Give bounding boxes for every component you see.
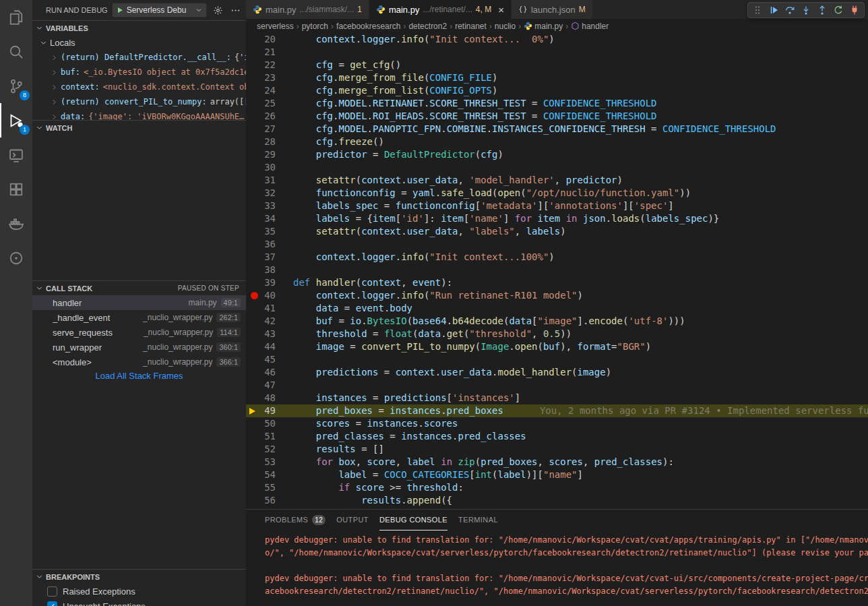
breadcrumb-item[interactable]: main.py (524, 22, 563, 31)
line-gutter[interactable]: 25 (246, 97, 293, 110)
line-gutter[interactable]: 29 (246, 148, 293, 161)
code-text[interactable] (293, 161, 868, 174)
checkbox[interactable] (47, 586, 57, 597)
line-gutter[interactable]: 34 (246, 212, 293, 225)
code-text[interactable]: buf = io.BytesIO(base64.b64decode(data["… (293, 315, 868, 328)
line-gutter[interactable]: 38 (246, 264, 293, 276)
line-gutter[interactable]: 26 (246, 110, 293, 123)
code-text[interactable] (293, 46, 868, 59)
step-out-button[interactable] (814, 3, 830, 18)
stack-frame[interactable]: serve_requests_nuclio_wrapper.py114:1 (32, 325, 246, 340)
code-text[interactable]: context.logger.info("Run retinanet-R101 … (293, 289, 868, 302)
code-text[interactable]: threshold = float(data.get("threshold", … (293, 328, 868, 340)
panel-tab-debug-console[interactable]: DEBUG CONSOLE (379, 510, 447, 531)
line-gutter[interactable]: 23 (246, 71, 293, 84)
panel-tab-output[interactable]: OUTPUT (336, 510, 369, 531)
line-gutter[interactable]: 21 (246, 46, 293, 59)
line-gutter[interactable]: 45 (246, 353, 293, 366)
line-gutter[interactable]: 32 (246, 187, 293, 200)
line-gutter[interactable]: 53 (246, 456, 293, 468)
line-gutter[interactable]: 35 (246, 225, 293, 238)
line-gutter[interactable]: 42 (246, 315, 293, 328)
stack-frame[interactable]: _handle_event_nuclio_wrapper.py262:1 (32, 310, 246, 325)
variable-row[interactable]: (return) convert_PIL_to_numpy:array([[[ … (32, 94, 246, 109)
load-all-stack-frames-link[interactable]: Load All Stack Frames (32, 371, 246, 381)
line-gutter[interactable]: 24 (246, 84, 293, 97)
line-gutter[interactable]: 55 (246, 481, 293, 494)
line-gutter[interactable]: 36 (246, 238, 293, 251)
more-actions-icon[interactable] (228, 3, 242, 17)
code-text[interactable]: data = event.body (293, 302, 868, 315)
line-gutter[interactable]: 28 (246, 135, 293, 148)
code-text[interactable] (293, 238, 868, 251)
code-text[interactable]: context.logger.info("Init context... 0%"… (293, 33, 868, 46)
line-gutter[interactable]: 46 (246, 366, 293, 379)
editor-tab[interactable]: main.py.../siammask/...1 (246, 0, 369, 19)
line-gutter[interactable]: 48 (246, 392, 293, 404)
breadcrumb-item[interactable]: retinanet (455, 22, 487, 31)
code-text[interactable]: labels = {item['id']: item['name'] for i… (293, 212, 868, 225)
watch-section-header[interactable]: WATCH (32, 120, 246, 135)
code-text[interactable] (293, 264, 868, 276)
step-over-button[interactable] (782, 3, 798, 18)
variable-row[interactable]: context:<nuclio_sdk.context.Context obje… (32, 80, 246, 94)
code-text[interactable]: cfg.merge_from_file(CONFIG_FILE) (293, 71, 868, 84)
variable-row[interactable]: buf:<_io.BytesIO object at 0x7f5a2dc1ecc… (32, 65, 246, 80)
stack-frame[interactable]: <module>_nuclio_wrapper.py366:1 (32, 355, 246, 369)
drag-grip-button[interactable] (749, 3, 766, 18)
line-gutter[interactable]: 27 (246, 123, 293, 135)
line-gutter[interactable]: 40 (246, 289, 293, 302)
activity-extensions[interactable] (0, 172, 32, 206)
editor-tab[interactable]: main.py.../retinanet/...4, M× (369, 0, 511, 19)
code-text[interactable]: predictor = DefaultPredictor(cfg) (293, 148, 868, 161)
line-gutter[interactable]: 44 (246, 340, 293, 353)
line-gutter[interactable]: 22 (246, 59, 293, 71)
code-text[interactable]: results = [] (293, 443, 868, 456)
scope-locals[interactable]: Locals (32, 35, 246, 50)
breadcrumb-item[interactable]: serverless (257, 22, 294, 31)
line-gutter[interactable]: 20 (246, 33, 293, 46)
breadcrumb-item[interactable]: nuclio (495, 22, 516, 31)
variables-section-header[interactable]: VARIABLES (32, 20, 246, 35)
activity-explorer[interactable] (0, 0, 32, 34)
breadcrumb-item[interactable]: handler (571, 22, 609, 31)
code-text[interactable]: cfg.MODEL.ROI_HEADS.SCORE_THRESH_TEST = … (293, 110, 868, 123)
code-text[interactable] (293, 379, 868, 392)
panel-tab-problems[interactable]: PROBLEMS12 (265, 510, 326, 531)
line-gutter[interactable]: 50 (246, 417, 293, 430)
panel-tab-terminal[interactable]: TERMINAL (458, 510, 498, 531)
line-gutter[interactable]: 39 (246, 276, 293, 289)
breadcrumb-item[interactable]: pytorch (302, 22, 328, 31)
line-gutter[interactable]: 52 (246, 443, 293, 456)
code-text[interactable]: context.logger.info("Init context...100%… (293, 251, 868, 264)
launch-config-dropdown[interactable]: Serverless Debu (112, 3, 207, 18)
editor-tab[interactable]: launch.jsonM (512, 0, 592, 19)
line-gutter[interactable]: 56 (246, 494, 293, 507)
start-debug-icon[interactable] (116, 6, 124, 14)
line-gutter[interactable]: 54 (246, 468, 293, 481)
code-text[interactable]: instances = predictions['instances'] (293, 392, 868, 404)
restart-button[interactable] (830, 3, 846, 18)
activity-test-explorer[interactable] (0, 241, 32, 275)
continue-button[interactable] (766, 3, 782, 18)
activity-source-control[interactable]: 8 (0, 69, 32, 103)
line-gutter[interactable]: 43 (246, 328, 293, 340)
gear-icon[interactable] (211, 3, 224, 17)
code-text[interactable]: scores = instances.scores (293, 417, 868, 430)
code-text[interactable]: cfg.merge_from_list(CONFIG_OPTS) (293, 84, 868, 97)
callstack-section-header[interactable]: CALL STACK PAUSED ON STEP (32, 280, 246, 295)
stack-frame[interactable]: handlermain.py49:1 (32, 295, 246, 310)
code-text[interactable]: def handler(context, event): (293, 276, 868, 289)
code-text[interactable] (293, 353, 868, 366)
breadcrumb-item[interactable]: detectron2 (408, 22, 447, 31)
code-text[interactable]: predictions = context.user_data.model_ha… (293, 366, 868, 379)
line-gutter[interactable]: 31 (246, 174, 293, 187)
code-text[interactable]: if score >= threshold: (293, 481, 868, 494)
line-gutter[interactable]: 49 (246, 404, 293, 417)
breakpoints-section-header[interactable]: BREAKPOINTS (32, 569, 246, 584)
line-gutter[interactable]: 33 (246, 200, 293, 212)
code-text[interactable]: functionconfig = yaml.safe_load(open("/o… (293, 187, 868, 200)
disconnect-button[interactable] (846, 3, 863, 18)
variable-row[interactable]: (return) DefaultPredictor.__call__:{'ins… (32, 50, 246, 65)
step-into-button[interactable] (798, 3, 814, 18)
